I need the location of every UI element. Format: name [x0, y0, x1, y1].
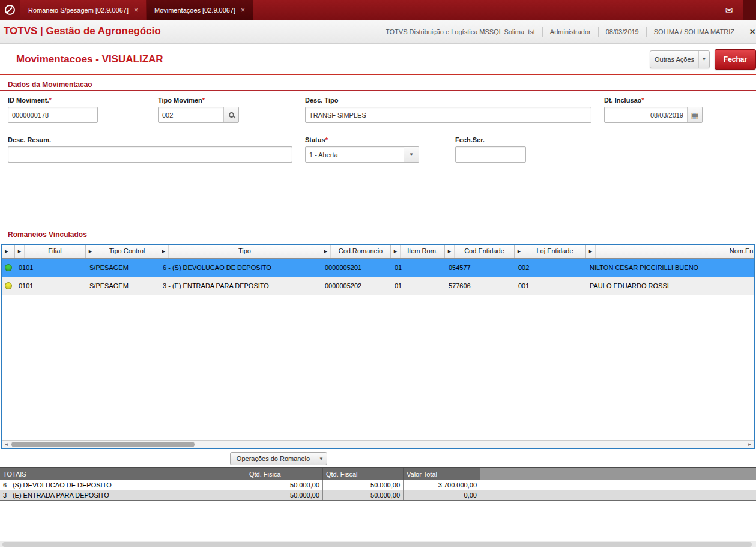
cell-filial: 0101 — [15, 264, 86, 271]
grid-horizontal-scrollbar[interactable]: ◄ ► — [2, 440, 754, 448]
mail-icon[interactable]: ✉ — [715, 0, 743, 20]
totals-cell-label: 3 - (E) ENTRADA PARA DEPOSITO — [0, 490, 246, 500]
header-right-group: TOTVS Distribuição e Logística MSSQL Sol… — [378, 20, 756, 43]
grid-header-loj-entidade[interactable]: ▶ Loj.Entidade — [515, 245, 586, 258]
outras-acoes-button[interactable]: Outras Ações ▼ — [650, 50, 710, 68]
page-scrollbar-thumb[interactable] — [2, 542, 752, 547]
chevron-down-icon: ▼ — [316, 456, 327, 462]
totals-cell-filler — [480, 490, 756, 500]
top-tab-strip: Romaneio S/pesagem [02.9.0067] × Movimen… — [0, 0, 756, 20]
calendar-icon: ▦ — [691, 111, 698, 119]
page-horizontal-scrollbar[interactable] — [0, 541, 756, 547]
sort-arrow-icon: ▶ — [15, 245, 25, 258]
romaneios-grid: ▶ ▶ Filial ▶ Tipo Control ▶ Tipo ▶ Cod.R… — [1, 244, 755, 449]
sort-arrow-icon: ▶ — [445, 245, 455, 258]
grid-header-item-rom[interactable]: ▶ Item Rom. — [391, 245, 445, 258]
grid-header-tipo-control[interactable]: ▶ Tipo Control — [86, 245, 159, 258]
mail-glyph: ✉ — [725, 5, 733, 16]
desc-resum-input[interactable] — [8, 147, 292, 162]
tab-close-icon[interactable]: × — [134, 7, 138, 14]
totals-table: TOTAIS Qtd. Fisica Qtd. Fiscal Valor Tot… — [0, 467, 756, 501]
tipo-movimen-field-wrap — [158, 107, 239, 123]
search-icon — [229, 112, 234, 118]
sort-arrow-icon: ▶ — [321, 245, 331, 258]
exit-button[interactable]: ✕ Exit — [742, 27, 756, 37]
cell-cod-romaneio: 0000005202 — [321, 282, 391, 289]
id-moviment-input[interactable] — [8, 107, 97, 122]
grid-header-marker[interactable]: ▶ — [2, 245, 15, 258]
row-marker-cell — [2, 282, 15, 289]
totals-cell-label: 6 - (S) DEVOLUCAO DE DEPOSITO — [0, 480, 246, 490]
totals-row-1: 6 - (S) DEVOLUCAO DE DEPOSITO 50.000,00 … — [0, 480, 756, 490]
tab-label: Romaneio S/pesagem [02.9.0067] — [28, 7, 129, 14]
cell-loj-entidade: 001 — [515, 282, 586, 289]
totals-header-qtd-fiscal: Qtd. Fiscal — [323, 468, 404, 480]
sort-arrow-icon: ▶ — [86, 245, 95, 258]
cell-tipo: 3 - (E) ENTRADA PARA DEPOSITO — [159, 282, 321, 289]
totals-cell-valor-total: 0,00 — [404, 490, 480, 500]
operacoes-romaneio-button[interactable]: Operações do Romaneio ▼ — [230, 452, 327, 465]
tipo-movimen-lookup-button[interactable] — [223, 107, 238, 122]
status-select[interactable] — [306, 147, 404, 162]
status-label: Status* — [305, 136, 328, 143]
scroll-right-icon[interactable]: ► — [745, 442, 754, 447]
cell-item-rom: 01 — [391, 264, 445, 271]
chevron-down-icon: ▼ — [409, 152, 414, 157]
desc-resum-field-wrap — [8, 146, 292, 163]
totals-cell-qtd-fiscal: 50.000,00 — [323, 480, 404, 490]
dt-inclusao-label: Dt. Inclusao* — [604, 97, 644, 104]
company-label: SOLIMA / SOLIMA MATRIZ — [646, 27, 742, 37]
totals-cell-qtd-fisica: 50.000,00 — [246, 490, 323, 500]
desc-tipo-input[interactable] — [306, 107, 591, 122]
totals-cell-qtd-fisica: 50.000,00 — [246, 480, 323, 490]
sort-arrow-icon: ▶ — [2, 245, 11, 258]
sort-arrow-icon: ▶ — [391, 245, 401, 258]
dt-inclusao-input[interactable] — [605, 107, 687, 122]
totals-cell-filler — [480, 480, 756, 490]
fech-ser-field-wrap — [455, 146, 526, 163]
tipo-movimen-input[interactable] — [159, 107, 223, 122]
grid-header-cod-entidade[interactable]: ▶ Cod.Entidade — [445, 245, 515, 258]
tab-label: Movimentações [02.9.0067] — [154, 7, 235, 14]
cell-loj-entidade: 002 — [515, 264, 586, 271]
protheus-menu-button[interactable] — [0, 0, 20, 20]
status-dot-yellow — [5, 282, 12, 289]
exit-icon: ✕ — [749, 27, 755, 37]
outras-acoes-label: Outras Ações — [650, 56, 698, 63]
grid-header-tipo[interactable]: ▶ Tipo — [159, 245, 321, 258]
environment-label: TOTVS Distribuição e Logística MSSQL Sol… — [378, 27, 542, 37]
grid-header-filial[interactable]: ▶ Filial — [15, 245, 86, 258]
dt-inclusao-calendar-button[interactable]: ▦ — [687, 107, 702, 122]
tab-romaneio-spesagem[interactable]: Romaneio S/pesagem [02.9.0067] × — [20, 0, 147, 20]
desc-tipo-label: Desc. Tipo — [305, 97, 338, 104]
cell-cod-romaneio: 0000005201 — [321, 264, 391, 271]
topbar-edge-segment — [743, 0, 756, 20]
fechar-button[interactable]: Fechar — [715, 49, 756, 70]
cell-tipo: 6 - (S) DEVOLUCAO DE DEPOSITO — [159, 264, 321, 271]
cell-tipo-control: S/PESAGEM — [86, 264, 159, 271]
scrollbar-thumb[interactable] — [11, 442, 195, 447]
date-label: 08/03/2019 — [598, 27, 646, 37]
status-dot-green — [5, 264, 12, 271]
cell-nom-entidade: NILTON CESAR PICCIRILLI BUENO — [586, 264, 755, 271]
totals-cell-qtd-fiscal: 50.000,00 — [323, 490, 404, 500]
grid-header-nom-entidade[interactable]: ▶ Nom.Entida — [586, 245, 755, 258]
cell-filial: 0101 — [15, 282, 86, 289]
grid-row-1[interactable]: 0101 S/PESAGEM 6 - (S) DEVOLUCAO DE DEPO… — [2, 259, 755, 277]
desc-resum-label: Desc. Resum. — [8, 136, 51, 143]
grid-header-cod-romaneio[interactable]: ▶ Cod.Romaneio — [321, 245, 391, 258]
tipo-movimen-label: Tipo Movimen* — [158, 97, 205, 104]
totals-header-qtd-fisica: Qtd. Fisica — [246, 468, 323, 480]
cell-item-rom: 01 — [391, 282, 445, 289]
status-dropdown-button[interactable]: ▼ — [404, 147, 419, 162]
brand-title: TOTVS | Gestão de Agronegócio — [4, 25, 161, 37]
section-divider — [0, 90, 756, 91]
scroll-left-icon[interactable]: ◄ — [2, 442, 11, 447]
tab-movimentacoes[interactable]: Movimentações [02.9.0067] × — [147, 0, 253, 20]
dt-inclusao-field-wrap: ▦ — [604, 107, 703, 123]
section-title-romaneios: Romaneios Vinculados — [8, 230, 87, 239]
tab-close-icon[interactable]: × — [241, 7, 245, 14]
fech-ser-input[interactable] — [456, 147, 525, 162]
id-moviment-label: ID Moviment.* — [8, 97, 52, 104]
grid-row-2[interactable]: 0101 S/PESAGEM 3 - (E) ENTRADA PARA DEPO… — [2, 277, 755, 295]
